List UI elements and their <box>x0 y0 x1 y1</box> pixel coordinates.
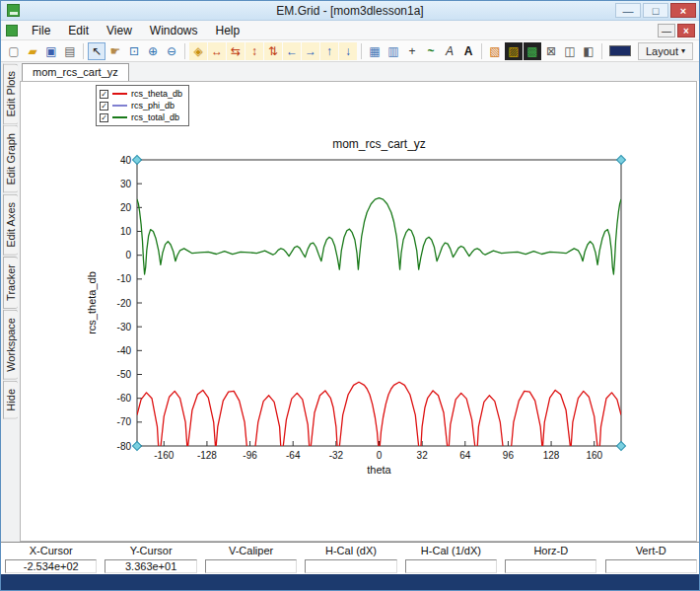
x-tick-label: 32 <box>417 450 429 461</box>
y-tick-label: -70 <box>117 416 132 427</box>
grid-icon[interactable]: ▦ <box>366 42 384 60</box>
y-tick-label: -40 <box>117 345 132 356</box>
legend-line-sample <box>112 105 127 107</box>
sidebar-tab-tracker[interactable]: Tracker <box>3 257 18 309</box>
text-bold-icon[interactable]: A <box>459 42 477 60</box>
title-bar: EM.Grid - [mom3dlesson1a] — □ × <box>1 1 699 21</box>
contour-icon[interactable]: ▨ <box>505 42 523 60</box>
legend-item-rcs_total_db: ✓rcs_total_db <box>100 111 182 123</box>
expand-vertical-icon[interactable]: ↕ <box>245 42 263 60</box>
status-header-6: Horz-D <box>501 543 600 558</box>
open-folder-icon[interactable]: ▰ <box>24 42 41 60</box>
x-tick-label: -96 <box>243 450 257 461</box>
caliper-icon[interactable]: ◫ <box>561 42 579 60</box>
x-tick-label: -64 <box>286 450 301 461</box>
pan-tool-icon[interactable]: ☛ <box>106 42 124 60</box>
status-value-2: 3.363e+01 <box>105 559 196 573</box>
crosshair-icon[interactable]: + <box>403 42 421 60</box>
toolbar-separator <box>83 43 84 59</box>
menu-item-windows[interactable]: Windows <box>141 21 207 40</box>
select-tool-icon[interactable]: ↖ <box>88 42 105 60</box>
line-color-swatch[interactable] <box>609 45 631 56</box>
toolbar-separator <box>184 43 185 59</box>
x-tick-label: 64 <box>459 450 471 461</box>
x-tick-label: 160 <box>586 450 602 461</box>
save-icon[interactable]: ▣ <box>42 42 60 60</box>
menu-item-edit[interactable]: Edit <box>59 21 98 40</box>
subplot-icon[interactable]: ▥ <box>385 42 402 60</box>
maximize-button[interactable]: □ <box>643 3 668 18</box>
y-tick-label: -80 <box>117 441 132 452</box>
layout-dropdown[interactable]: Layout▾ <box>638 42 693 60</box>
close-button[interactable]: × <box>670 3 696 18</box>
mdi-minimize-button[interactable]: — <box>658 24 675 37</box>
x-tick-label: 128 <box>543 450 560 461</box>
legend-label: rcs_total_db <box>131 112 179 122</box>
menu-item-help[interactable]: Help <box>207 21 249 40</box>
legend-checkbox[interactable]: ✓ <box>100 102 108 111</box>
toolbar-separator <box>361 43 362 59</box>
y-tick-label: 40 <box>120 155 132 166</box>
status-header-7: Vert-D <box>601 543 700 558</box>
app-icon <box>7 4 20 17</box>
colormap-icon[interactable]: ▧ <box>486 42 504 60</box>
scroll-down-icon[interactable]: ↓ <box>339 42 357 60</box>
surface-icon[interactable]: ▩ <box>524 42 541 60</box>
zoom-out-icon[interactable]: ⊖ <box>163 42 180 60</box>
status-value-slot: 3.363e+01 <box>101 558 200 573</box>
y-tick-label: -10 <box>117 273 132 284</box>
scroll-up-icon[interactable]: ↑ <box>320 42 338 60</box>
zoom-in-icon[interactable]: ⊕ <box>144 42 162 60</box>
axis-handle[interactable] <box>132 155 141 164</box>
window-bottom-strip <box>1 574 700 591</box>
new-file-icon[interactable]: ▢ <box>5 42 23 60</box>
scroll-left-icon[interactable]: ← <box>283 42 301 60</box>
menu-item-file[interactable]: File <box>23 21 59 40</box>
legend-checkbox[interactable]: ✓ <box>100 90 108 99</box>
status-header-2: Y-Cursor <box>101 543 200 558</box>
sidebar-tab-edit-axes[interactable]: Edit Axes <box>3 194 18 256</box>
axis-handle[interactable] <box>616 155 625 164</box>
text-italic-icon[interactable]: A <box>441 42 458 60</box>
side-tab-strip: Edit PlotsEdit GraphEdit AxesTrackerWork… <box>1 62 20 542</box>
status-header-1: X-Cursor <box>1 543 101 558</box>
compress-vertical-icon[interactable]: ⇅ <box>264 42 282 60</box>
menu-item-view[interactable]: View <box>98 21 141 40</box>
window-title: EM.Grid - [mom3dlesson1a] <box>276 4 423 18</box>
compress-horizontal-icon[interactable]: ⇆ <box>227 42 245 60</box>
sidebar-tab-hide[interactable]: Hide <box>3 381 18 419</box>
legend-checkbox[interactable]: ✓ <box>100 113 108 122</box>
mdi-close-button[interactable]: × <box>677 24 695 37</box>
axis-handle[interactable] <box>616 441 625 450</box>
chart-title: mom_rcs_cart_yz <box>332 137 426 151</box>
full-extents-icon[interactable]: ◈ <box>189 42 207 60</box>
x-tick-label: 96 <box>503 450 515 461</box>
document-tab[interactable]: mom_rcs_cart_yz <box>22 63 129 81</box>
status-value-1: -2.534e+02 <box>5 559 97 573</box>
status-value-3 <box>205 559 297 573</box>
toolbar-separator <box>601 43 602 59</box>
menu-bar: FileEditViewWindowsHelp — × <box>1 21 699 40</box>
expand-horizontal-icon[interactable]: ↔ <box>208 42 226 60</box>
plot-legend: ✓rcs_theta_db✓rcs_phi_db✓rcs_total_db <box>96 85 189 126</box>
sidebar-tab-edit-graph[interactable]: Edit Graph <box>3 125 18 193</box>
x-tick-label: -32 <box>329 450 344 461</box>
sidebar-tab-edit-plots[interactable]: Edit Plots <box>3 63 18 124</box>
minimize-button[interactable]: — <box>615 3 641 18</box>
limit-lines-icon[interactable]: ◧ <box>580 42 597 60</box>
y-tick-label: -50 <box>117 369 132 380</box>
axis-handle[interactable] <box>132 441 141 450</box>
status-value-6 <box>505 559 596 573</box>
y-tick-label: 10 <box>120 226 132 237</box>
print-icon[interactable]: ▤ <box>61 42 79 60</box>
y-axis-label: rcs_theta_db <box>86 271 98 334</box>
rcs-chart: -160-128-96-64-320326496128160403020100-… <box>21 82 696 541</box>
legend-label: rcs_theta_db <box>131 89 182 99</box>
plot-client-area: -160-128-96-64-320326496128160403020100-… <box>20 81 697 542</box>
scroll-right-icon[interactable]: → <box>302 42 319 60</box>
x-tick-label: -160 <box>154 450 174 461</box>
curve-icon[interactable]: ~ <box>422 42 440 60</box>
sidebar-tab-workspace[interactable]: Workspace <box>3 310 18 380</box>
zoom-window-icon[interactable]: ⊡ <box>125 42 143 60</box>
marker-box-icon[interactable]: ⊠ <box>542 42 560 60</box>
